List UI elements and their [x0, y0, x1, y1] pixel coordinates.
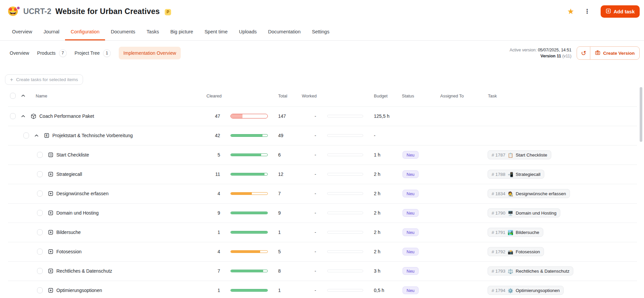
- row-checkbox[interactable]: [37, 152, 43, 158]
- tab-configuration[interactable]: Configuration: [65, 23, 105, 40]
- status-badge[interactable]: Neu: [403, 287, 419, 294]
- row-checkbox[interactable]: [37, 171, 43, 177]
- status-badge[interactable]: Neu: [403, 190, 419, 198]
- row-checkbox[interactable]: [23, 132, 29, 138]
- task-chip[interactable]: # 1791 🏞️ Bildersuche: [488, 228, 543, 237]
- subnav-item-overview[interactable]: Overview: [10, 50, 29, 56]
- worked-value: -: [293, 249, 316, 254]
- more-options-icon[interactable]: ⋮: [583, 8, 592, 15]
- task-chip[interactable]: # 1794 ⚙️ Optimierungsoptionen: [488, 286, 564, 295]
- tab-spent-time[interactable]: Spent time: [199, 23, 233, 40]
- budget-value: 1 h: [374, 152, 380, 158]
- tab-documents[interactable]: Documents: [105, 23, 141, 40]
- table-row: Strategiecall 11 12 - 2 h Neu # 1788 📲 S…: [0, 165, 644, 184]
- status-badge[interactable]: Neu: [403, 267, 419, 275]
- item-name: Optimierungsoptionen: [56, 288, 102, 293]
- cleared-value: 47: [183, 113, 220, 119]
- cleared-progress-bar: [230, 114, 268, 118]
- row-checkbox[interactable]: [37, 249, 43, 255]
- task-name: Designwünsche erfassen: [516, 191, 566, 196]
- task-id: # 1792: [492, 249, 505, 254]
- task-id: # 1788: [492, 172, 505, 177]
- status-badge[interactable]: Neu: [403, 151, 419, 159]
- element-icon: E: [44, 133, 49, 138]
- table-row: Optimierungsoptionen 1 1 - 0,5 h Neu # 1…: [0, 281, 644, 298]
- subnav-item-label: Implementation Overview: [123, 50, 176, 56]
- plus-square-icon: [48, 288, 53, 293]
- version-name: Version 11: [541, 54, 561, 58]
- cleared-value: 4: [183, 191, 220, 196]
- subnav-item-label: Products: [37, 50, 55, 56]
- select-all-checkbox[interactable]: [10, 93, 16, 99]
- favorite-star-icon[interactable]: ★: [567, 8, 574, 15]
- column-header-cleared: Cleared: [206, 93, 222, 98]
- row-checkbox[interactable]: [37, 287, 43, 293]
- subnav-item-project-tree[interactable]: Project Tree 1: [75, 49, 111, 57]
- tab-big-picture[interactable]: Big picture: [165, 23, 199, 40]
- subnav-item-implementation-overview[interactable]: Implementation Overview: [119, 47, 181, 59]
- status-badge[interactable]: Neu: [403, 229, 419, 236]
- cleared-progress-bar: [230, 289, 268, 292]
- worked-value: -: [293, 191, 316, 196]
- add-task-button[interactable]: Add task: [601, 5, 640, 18]
- item-name: Domain und Hosting: [56, 210, 99, 216]
- status-badge[interactable]: Neu: [403, 171, 419, 178]
- collapse-all-icon[interactable]: [21, 94, 25, 97]
- cleared-progress-bar: [230, 231, 268, 234]
- task-chip[interactable]: # 1787 📋 Start Checkliste: [488, 151, 551, 160]
- task-chip[interactable]: # 1792 📸 Fotosession: [488, 247, 544, 256]
- row-checkbox[interactable]: [37, 229, 43, 235]
- task-chip[interactable]: # 1793 ⚖️ Rechtliches & Datenschutz: [488, 267, 573, 276]
- vertical-scrollbar[interactable]: [640, 87, 642, 142]
- task-emoji-icon: 🧑‍🎨: [508, 191, 513, 196]
- page-title: Website for Urban Creatives: [55, 7, 160, 16]
- status-badge[interactable]: Neu: [403, 248, 419, 256]
- task-name: Strategiecall: [516, 172, 540, 177]
- create-tasks-button[interactable]: + Create tasks for selected items: [5, 74, 83, 85]
- row-checkbox[interactable]: [10, 113, 16, 119]
- tab-overview[interactable]: Overview: [6, 23, 38, 40]
- chevron-up-icon[interactable]: [21, 115, 25, 118]
- checklist-icon: [48, 152, 53, 158]
- tab-uploads[interactable]: Uploads: [233, 23, 262, 40]
- chevron-up-icon[interactable]: [34, 134, 39, 137]
- tab-documentation[interactable]: Documentation: [262, 23, 306, 40]
- plus-square-icon: [48, 191, 53, 196]
- worked-value: -: [293, 152, 316, 158]
- item-name: Rechtliches & Datenschutz: [56, 268, 112, 274]
- budget-value: 125,5 h: [374, 113, 390, 119]
- column-header-status: Status: [402, 93, 414, 98]
- item-name: Designwünsche erfassen: [56, 191, 108, 196]
- task-chip[interactable]: # 1834 🧑‍🎨 Designwünsche erfassen: [488, 189, 570, 198]
- worked-progress-bar: [327, 270, 363, 272]
- version-history-button[interactable]: ↺: [577, 47, 590, 59]
- subnav-item-products[interactable]: Products 7: [37, 49, 66, 57]
- task-chip[interactable]: # 1788 📲 Strategiecall: [488, 170, 544, 179]
- table-toolbar: + Create tasks for selected items: [5, 74, 644, 85]
- cleared-progress-bar: [230, 173, 268, 176]
- total-value: 1: [278, 230, 281, 235]
- item-name-group: Domain und Hosting: [37, 210, 99, 216]
- cleared-progress-bar: [230, 154, 268, 156]
- tab-settings[interactable]: Settings: [306, 23, 335, 40]
- version-info: Active version: 05/07/2025, 14:51 Versio…: [510, 47, 572, 59]
- row-checkbox[interactable]: [37, 191, 43, 197]
- tab-tasks[interactable]: Tasks: [141, 23, 165, 40]
- status-badge[interactable]: Neu: [403, 209, 419, 217]
- task-name: Start Checkliste: [516, 153, 547, 158]
- item-name: Strategiecall: [56, 172, 82, 177]
- total-value: 12: [278, 172, 283, 177]
- worked-progress-bar: [327, 250, 363, 253]
- tab-journal[interactable]: Journal: [38, 23, 65, 40]
- cleared-value: 42: [183, 133, 220, 138]
- create-version-button[interactable]: Create Version: [590, 47, 639, 59]
- row-checkbox[interactable]: [37, 210, 43, 216]
- item-name: Projektstart & Technische Vorbereitung: [52, 133, 133, 138]
- worked-progress-bar: [327, 231, 363, 234]
- project-key: UCRT-2: [23, 7, 51, 16]
- task-chip[interactable]: # 1790 🖥️ Domain und Hosting: [488, 209, 560, 218]
- budget-value: -: [374, 133, 376, 138]
- main-tabs: Overview Journal Configuration Documents…: [0, 23, 644, 41]
- row-checkbox[interactable]: [37, 268, 43, 274]
- total-value: 9: [278, 210, 281, 216]
